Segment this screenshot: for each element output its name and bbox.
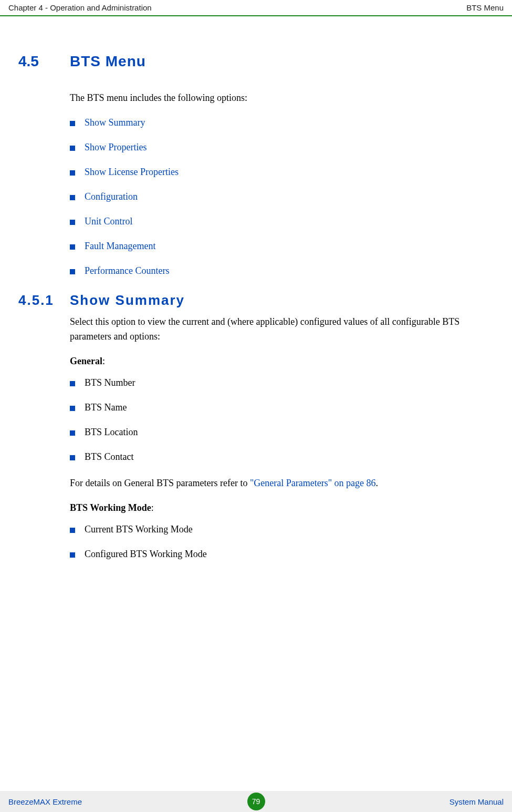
bullet-icon	[70, 146, 75, 151]
page-header: Chapter 4 - Operation and Administration…	[0, 0, 512, 16]
list-item: Performance Counters	[70, 265, 494, 276]
list-item: Current BTS Working Mode	[70, 524, 494, 535]
footer-left: BreezeMAX Extreme	[8, 797, 82, 806]
list-item: BTS Contact	[70, 451, 494, 462]
list-item: BTS Number	[70, 377, 494, 388]
general-heading: General:	[70, 356, 494, 367]
option-link[interactable]: Fault Management	[85, 241, 155, 252]
header-right: BTS Menu	[466, 3, 504, 12]
option-link[interactable]: Show Summary	[85, 117, 145, 128]
bullet-icon	[70, 381, 75, 386]
working-mode-heading: BTS Working Mode:	[70, 502, 494, 513]
bullet-icon	[70, 455, 75, 460]
bullet-icon	[70, 220, 75, 225]
option-link[interactable]: Unit Control	[85, 216, 133, 227]
bullet-icon	[70, 244, 75, 250]
footer-right: System Manual	[450, 797, 504, 806]
section-heading: 4.5 BTS Menu	[18, 53, 494, 70]
page-footer: BreezeMAX Extreme 79 System Manual	[0, 791, 512, 812]
section-number: 4.5	[18, 53, 70, 70]
working-mode-item: Configured BTS Working Mode	[85, 549, 207, 560]
list-item: Fault Management	[70, 241, 494, 252]
bullet-icon	[70, 170, 75, 176]
bullet-icon	[70, 528, 75, 533]
subsection-number: 4.5.1	[18, 292, 70, 309]
working-mode-item: Current BTS Working Mode	[85, 524, 193, 535]
general-cross-ref: For details on General BTS parameters re…	[70, 476, 494, 491]
section-title: BTS Menu	[70, 53, 146, 70]
page-number-badge: 79	[247, 793, 265, 810]
cross-reference-link[interactable]: "General Parameters" on page 86	[250, 478, 376, 488]
list-item: BTS Name	[70, 402, 494, 413]
general-item: BTS Location	[85, 427, 138, 438]
list-item: Configuration	[70, 191, 494, 202]
bullet-icon	[70, 552, 75, 558]
list-item: Configured BTS Working Mode	[70, 549, 494, 560]
option-link[interactable]: Show Properties	[85, 142, 147, 153]
list-item: Show License Properties	[70, 167, 494, 178]
bullet-icon	[70, 430, 75, 436]
subsection-intro: Select this option to view the current a…	[70, 315, 494, 344]
list-item: BTS Location	[70, 427, 494, 438]
bullet-icon	[70, 195, 75, 200]
page-content: 4.5 BTS Menu The BTS menu includes the f…	[0, 16, 512, 560]
general-item: BTS Contact	[85, 451, 134, 462]
option-link[interactable]: Show License Properties	[85, 167, 179, 178]
bullet-icon	[70, 121, 75, 126]
general-item: BTS Number	[85, 377, 135, 388]
menu-options-list: Show Summary Show Properties Show Licens…	[70, 117, 494, 276]
section-intro: The BTS menu includes the following opti…	[70, 91, 494, 106]
list-item: Show Summary	[70, 117, 494, 128]
option-link[interactable]: Performance Counters	[85, 265, 169, 276]
list-item: Show Properties	[70, 142, 494, 153]
general-item: BTS Name	[85, 402, 127, 413]
header-left: Chapter 4 - Operation and Administration	[8, 3, 152, 12]
general-list: BTS Number BTS Name BTS Location BTS Con…	[70, 377, 494, 462]
bullet-icon	[70, 269, 75, 274]
option-link[interactable]: Configuration	[85, 191, 138, 202]
subsection-heading: 4.5.1 Show Summary	[18, 292, 494, 309]
subsection-title: Show Summary	[70, 292, 185, 309]
list-item: Unit Control	[70, 216, 494, 227]
working-mode-list: Current BTS Working Mode Configured BTS …	[70, 524, 494, 560]
bullet-icon	[70, 406, 75, 411]
